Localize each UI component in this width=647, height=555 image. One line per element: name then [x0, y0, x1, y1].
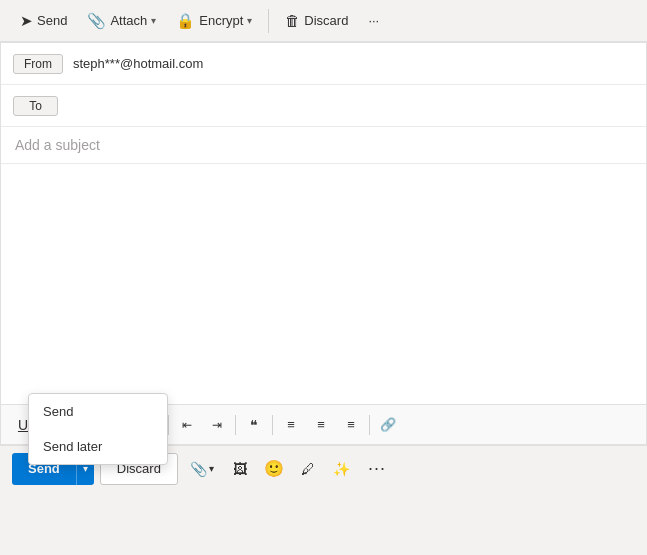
dropdown-item-send[interactable]: Send [29, 394, 167, 429]
to-label[interactable]: To [13, 96, 58, 116]
from-label[interactable]: From [13, 54, 63, 74]
more-bottom-button[interactable]: ··· [362, 454, 392, 483]
ai-button[interactable]: ✨ [328, 455, 356, 483]
fmt-separator-3 [235, 415, 236, 435]
encrypt-icon: 🔒 [176, 12, 195, 30]
attach-small-icon: 📎 [190, 461, 207, 477]
attach-chevron-icon: ▾ [151, 15, 156, 26]
draw-button[interactable]: 🖊 [294, 455, 322, 483]
indent-decrease-icon: ⇤ [182, 418, 192, 432]
quote-button[interactable]: ❝ [240, 411, 268, 439]
compose-area: From steph***@hotmail.com To Add a subje… [0, 42, 647, 445]
more-icon: ··· [368, 13, 379, 28]
attach-label: Attach [110, 13, 147, 28]
compose-body[interactable] [1, 164, 646, 404]
to-input[interactable] [68, 98, 634, 113]
subject-placeholder: Add a subject [15, 137, 100, 153]
indent-increase-icon: ⇥ [212, 418, 222, 432]
toolbar-separator [268, 9, 269, 33]
emoji-icon: 🙂 [264, 459, 284, 478]
to-row: To [1, 85, 646, 127]
from-email: steph***@hotmail.com [73, 56, 634, 71]
underline-icon: U [18, 417, 28, 433]
attach-small-button[interactable]: 📎 ▾ [184, 457, 220, 481]
top-toolbar: ➤ Send 📎 Attach ▾ 🔒 Encrypt ▾ 🗑 Discard … [0, 0, 647, 42]
send-button[interactable]: ➤ Send [12, 8, 75, 34]
send-icon: ➤ [20, 12, 33, 30]
discard-button[interactable]: 🗑 Discard [277, 8, 356, 33]
align-right-button[interactable]: ≡ [307, 411, 335, 439]
ai-icon: ✨ [333, 461, 350, 477]
align-center-button[interactable]: ≡ [277, 411, 305, 439]
send-label: Send [37, 13, 67, 28]
attach-icon: 📎 [87, 12, 106, 30]
draw-icon: 🖊 [301, 461, 315, 477]
justify-icon: ≡ [347, 417, 355, 432]
discard-icon: 🗑 [285, 12, 300, 29]
discard-label: Discard [304, 13, 348, 28]
fmt-separator-4 [272, 415, 273, 435]
insert-emoji-button[interactable]: 🙂 [260, 455, 288, 483]
send-dropdown-popup: Send Send later [28, 393, 168, 465]
image-icon: 🖼 [233, 461, 247, 477]
fmt-separator-2 [168, 415, 169, 435]
justify-button[interactable]: ≡ [337, 411, 365, 439]
attach-button[interactable]: 📎 Attach ▾ [79, 8, 164, 34]
attach-small-chevron-icon: ▾ [209, 463, 214, 474]
insert-link-button[interactable]: 🔗 [374, 411, 402, 439]
encrypt-chevron-icon: ▾ [247, 15, 252, 26]
quote-icon: ❝ [250, 417, 258, 433]
dropdown-item-send-later[interactable]: Send later [29, 429, 167, 464]
more-options-button[interactable]: ··· [360, 9, 387, 32]
indent-decrease-button[interactable]: ⇤ [173, 411, 201, 439]
fmt-separator-5 [369, 415, 370, 435]
insert-image-button[interactable]: 🖼 [226, 455, 254, 483]
align-center-icon: ≡ [287, 417, 295, 432]
encrypt-button[interactable]: 🔒 Encrypt ▾ [168, 8, 260, 34]
subject-row[interactable]: Add a subject [1, 127, 646, 164]
link-icon: 🔗 [380, 417, 396, 432]
align-right-icon: ≡ [317, 417, 325, 432]
indent-increase-button[interactable]: ⇥ [203, 411, 231, 439]
from-row: From steph***@hotmail.com [1, 43, 646, 85]
more-bottom-icon: ··· [368, 458, 386, 478]
encrypt-label: Encrypt [199, 13, 243, 28]
